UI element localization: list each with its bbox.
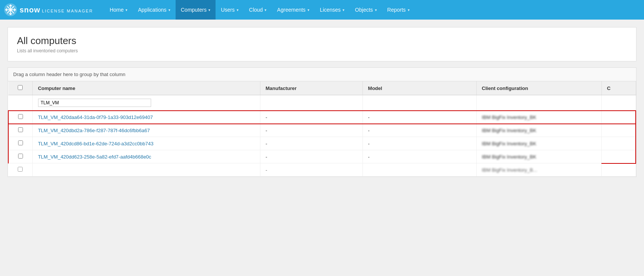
filter-model-cell	[363, 95, 476, 111]
svg-point-5	[9, 9, 12, 11]
filter-client-cell	[476, 95, 601, 111]
drag-hint: Drag a column header here to group by th…	[8, 68, 636, 81]
row-computer-name[interactable]	[32, 163, 260, 177]
table-row: TLM_VM_420daa64-31da-0f79-1a33-903d12e69…	[8, 111, 636, 124]
row-c	[601, 124, 636, 137]
chevron-down-icon: ▾	[237, 8, 239, 12]
table-section: Drag a column header here to group by th…	[8, 67, 636, 177]
col-header-manufacturer[interactable]: Manufacturer	[260, 81, 363, 95]
row-computer-name[interactable]: TLM_VM_420dbd2a-786e-f287-787f-46dc6fbb6…	[32, 124, 260, 137]
filter-manufacturer-cell	[260, 95, 363, 111]
row-c	[601, 150, 636, 163]
filter-checkbox-cell	[8, 95, 32, 111]
select-all-checkbox[interactable]	[18, 85, 23, 90]
row-checkbox[interactable]	[18, 154, 23, 159]
chevron-down-icon: ▾	[125, 8, 127, 12]
table-row: TLM_VM_420dbd2a-786e-f287-787f-46dc6fbb6…	[8, 124, 636, 137]
row-client-config: IBM BigFix Inventory_BK	[476, 111, 601, 124]
col-header-computer-name[interactable]: Computer name	[32, 81, 260, 95]
filter-computer-name-input[interactable]	[38, 99, 151, 107]
nav-item-applications[interactable]: Applications ▾	[133, 0, 176, 20]
nav-item-licenses[interactable]: Licenses ▾	[315, 0, 350, 20]
row-client-config: IBM BigFix Inventory_BK	[476, 150, 601, 163]
row-manufacturer: -	[260, 163, 363, 177]
computers-table: Computer name Manufacturer Model Client …	[8, 81, 636, 177]
nav-item-users[interactable]: Users ▾	[216, 0, 244, 20]
nav-item-home[interactable]: Home ▾	[104, 0, 133, 20]
select-all-header[interactable]	[8, 81, 32, 95]
page-wrapper: All computers Lists all inventoried comp…	[0, 20, 644, 185]
row-checkbox[interactable]	[18, 140, 23, 145]
brand-name: snow	[20, 6, 40, 14]
snow-logo-icon	[4, 3, 17, 17]
row-checkbox-cell[interactable]	[8, 163, 32, 177]
row-manufacturer: -	[260, 124, 363, 137]
page-subtitle: Lists all inventoried computers	[17, 48, 627, 53]
row-model: -	[363, 137, 476, 150]
page-title: All computers	[17, 35, 627, 47]
row-manufacturer: -	[260, 111, 363, 124]
chevron-down-icon: ▾	[343, 8, 344, 12]
row-checkbox-cell[interactable]	[8, 137, 32, 150]
chevron-down-icon: ▾	[208, 8, 210, 12]
row-computer-name[interactable]: TLM_VM_420dcd86-bd1e-62de-724d-a3d2cc0bb…	[32, 137, 260, 150]
chevron-down-icon: ▾	[375, 8, 377, 12]
chevron-down-icon: ▾	[307, 8, 309, 12]
row-computer-name[interactable]: TLM_VM_420daa64-31da-0f79-1a33-903d12e69…	[32, 111, 260, 124]
col-header-c[interactable]: C	[601, 81, 636, 95]
row-model	[363, 163, 476, 177]
filter-computer-name-cell[interactable]	[32, 95, 260, 111]
row-checkbox[interactable]	[18, 127, 23, 132]
nav-item-cloud[interactable]: Cloud ▾	[244, 0, 272, 20]
row-computer-name[interactable]: TLM_VM_420dd623-258e-5a82-efd7-aafd4b668…	[32, 150, 260, 163]
nav-item-reports[interactable]: Reports ▾	[382, 0, 415, 20]
chevron-down-icon: ▾	[265, 8, 266, 12]
row-manufacturer: -	[260, 137, 363, 150]
chevron-down-icon: ▾	[408, 8, 410, 12]
row-model: -	[363, 150, 476, 163]
row-model: -	[363, 124, 476, 137]
table-row: TLM_VM_420dd623-258e-5a82-efd7-aafd4b668…	[8, 150, 636, 163]
nav-menu: Home ▾ Applications ▾ Computers ▾ Users …	[104, 0, 415, 20]
table-row: - IBM BigFix Inventory_B...	[8, 163, 636, 177]
row-checkbox[interactable]	[18, 167, 23, 172]
page-header: All computers Lists all inventoried comp…	[8, 27, 636, 61]
filter-row	[8, 95, 636, 111]
row-c	[601, 163, 636, 177]
table-scroll-wrapper[interactable]: Computer name Manufacturer Model Client …	[8, 81, 636, 177]
row-manufacturer: -	[260, 150, 363, 163]
navbar: snow LICENSE MANAGER Home ▾ Applications…	[0, 0, 644, 20]
nav-item-objects[interactable]: Objects ▾	[350, 0, 382, 20]
filter-c-cell	[601, 95, 636, 111]
row-checkbox-cell[interactable]	[8, 111, 32, 124]
row-checkbox-cell[interactable]	[8, 124, 32, 137]
brand-subtitle: LICENSE MANAGER	[42, 9, 93, 13]
brand-logo-area: snow LICENSE MANAGER	[4, 3, 93, 17]
table-header-row: Computer name Manufacturer Model Client …	[8, 81, 636, 95]
col-header-client-config[interactable]: Client configuration	[476, 81, 601, 95]
row-client-config: IBM BigFix Inventory_B...	[476, 163, 601, 177]
row-model: -	[363, 111, 476, 124]
row-c	[601, 137, 636, 150]
row-c	[601, 111, 636, 124]
table-row: TLM_VM_420dcd86-bd1e-62de-724d-a3d2cc0bb…	[8, 137, 636, 150]
row-client-config: IBM BigFix Inventory_BK	[476, 124, 601, 137]
chevron-down-icon: ▾	[168, 8, 170, 12]
nav-item-computers[interactable]: Computers ▾	[176, 0, 216, 20]
nav-item-agreements[interactable]: Agreements ▾	[272, 0, 314, 20]
row-checkbox[interactable]	[18, 114, 23, 119]
row-checkbox-cell[interactable]	[8, 150, 32, 163]
row-client-config: IBM BigFix Inventory_BK	[476, 137, 601, 150]
col-header-model[interactable]: Model	[363, 81, 476, 95]
